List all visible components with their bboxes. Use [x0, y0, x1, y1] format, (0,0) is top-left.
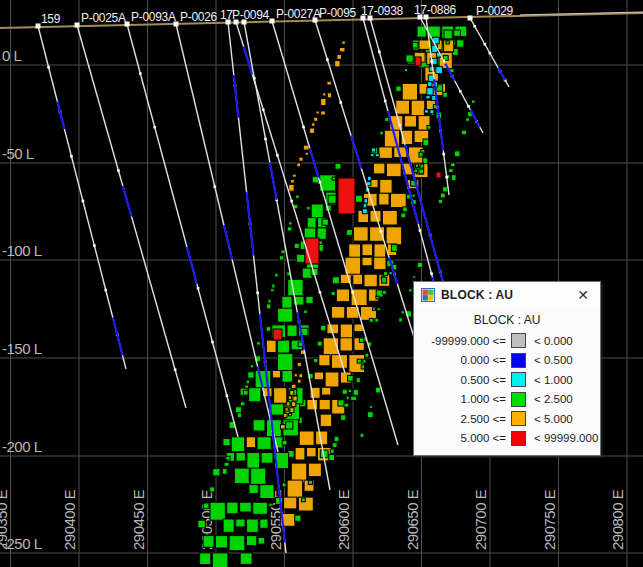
block-cell	[451, 163, 456, 167]
legend-color-swatch	[511, 333, 526, 348]
block-cell	[332, 307, 345, 319]
block-cell	[290, 390, 294, 395]
block-cell	[278, 354, 293, 372]
block-cell	[267, 304, 271, 309]
collar-marker[interactable]	[75, 23, 80, 28]
legend-range-from: 1.000 <=	[414, 393, 506, 405]
block-cell	[340, 338, 352, 351]
high-grade-block	[415, 57, 421, 66]
legend-window[interactable]: BLOCK : AU ✕ BLOCK : AU -99999.000 <= < …	[413, 281, 601, 456]
block-cell	[278, 308, 293, 322]
block-cell	[320, 414, 332, 427]
block-cell	[376, 387, 381, 393]
block-cell	[369, 406, 372, 409]
survey-tick	[351, 291, 354, 294]
block-cell	[386, 163, 401, 177]
survey-tick	[326, 58, 329, 61]
collar-marker[interactable]	[36, 24, 41, 29]
block-cell	[293, 174, 297, 177]
block-cell	[284, 413, 288, 417]
collar-marker[interactable]	[270, 19, 275, 24]
block-cell	[367, 176, 371, 181]
block-cell	[346, 396, 349, 400]
block-cell	[287, 402, 290, 406]
block-cell	[212, 553, 228, 567]
block-cell	[348, 375, 354, 381]
block-cell	[332, 177, 335, 180]
survey-tick	[226, 394, 229, 397]
block-cell	[374, 244, 386, 258]
block-cell	[304, 310, 308, 314]
block-cell	[200, 553, 211, 565]
block-cell	[376, 154, 380, 157]
block-cell	[334, 436, 339, 441]
block-cell	[293, 396, 297, 401]
block-cell	[396, 100, 410, 114]
legend-row: 5.000 <= < 99999.000	[414, 429, 600, 449]
block-cell	[412, 42, 418, 48]
block-cell	[298, 497, 313, 511]
block-cell	[357, 359, 361, 363]
legend-color-swatch	[511, 353, 526, 368]
legend-range-from: -99999.000 <=	[414, 335, 506, 347]
legend-window-title: BLOCK : AU	[441, 288, 567, 302]
block-cell	[396, 86, 401, 91]
easting-label: 290750 E	[541, 489, 558, 550]
block-cell	[364, 199, 368, 204]
survey-tick	[211, 341, 214, 344]
block-cell	[379, 193, 389, 205]
block-cell	[317, 341, 322, 346]
block-cell	[224, 462, 229, 466]
block-cell	[342, 41, 345, 44]
block-cell	[308, 480, 312, 484]
block-cell	[256, 342, 260, 345]
block-cell	[416, 164, 419, 168]
block-cell	[449, 169, 454, 173]
block-cell	[331, 291, 335, 295]
collar-marker[interactable]	[313, 18, 318, 23]
block-cell	[349, 244, 361, 259]
survey-tick	[70, 155, 73, 158]
block-cell	[428, 82, 432, 87]
block-cell	[307, 218, 316, 229]
block-cell	[369, 318, 373, 322]
block-cell	[361, 365, 364, 369]
easting-label: 290350 E	[0, 489, 10, 550]
collar-marker[interactable]	[174, 22, 179, 27]
survey-tick	[484, 43, 487, 46]
elevation-label: 0 L	[2, 47, 22, 64]
legend-range-from: 2.500 <=	[414, 413, 506, 425]
block-cell	[401, 311, 404, 314]
collar-marker[interactable]	[468, 16, 473, 21]
collar-marker[interactable]	[242, 20, 247, 25]
block-cell	[281, 250, 285, 254]
block-cell	[260, 519, 268, 528]
close-icon[interactable]: ✕	[573, 287, 593, 303]
block-cell	[472, 100, 476, 103]
collar-marker[interactable]	[125, 22, 130, 27]
block-cell	[312, 123, 315, 127]
block-cell	[346, 229, 352, 235]
block-cell	[245, 385, 249, 388]
survey-tick	[443, 60, 446, 63]
block-cell	[353, 274, 363, 285]
block-cell	[404, 116, 416, 127]
block-cell	[253, 502, 268, 514]
high-grade-block	[338, 178, 355, 214]
legend-window-titlebar[interactable]: BLOCK : AU ✕	[414, 282, 600, 307]
block-cell	[301, 498, 305, 502]
collar-marker[interactable]	[424, 15, 429, 20]
block-cell	[240, 502, 252, 512]
collar-marker[interactable]	[368, 16, 373, 21]
survey-tick	[262, 108, 265, 111]
block-cell	[297, 362, 301, 366]
block-cell	[353, 389, 358, 395]
survey-tick	[378, 51, 381, 54]
block-cell	[427, 126, 431, 130]
block-cell	[344, 403, 349, 407]
block-cell	[443, 92, 448, 97]
survey-tick	[489, 52, 492, 55]
block-cell	[271, 404, 284, 415]
legend-range-to: < 5.000	[534, 413, 604, 425]
block-cell	[266, 327, 271, 332]
